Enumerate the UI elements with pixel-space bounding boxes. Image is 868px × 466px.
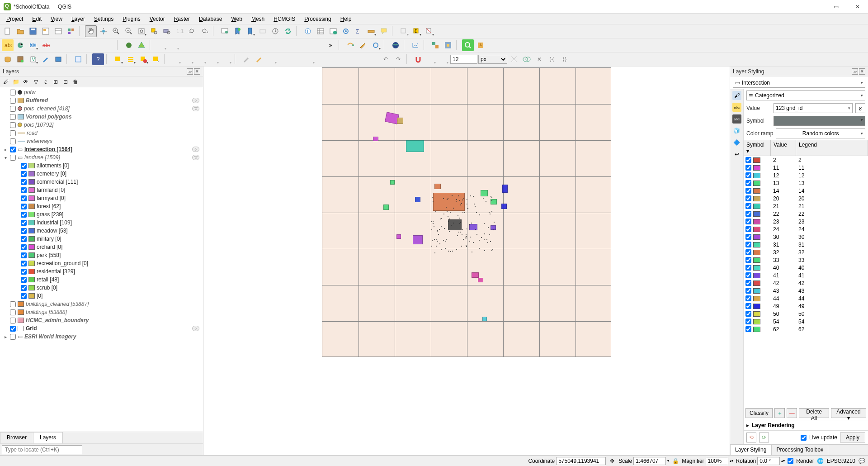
processing-toolbox-icon[interactable] <box>340 25 352 37</box>
zoom-selection-icon[interactable] <box>148 25 160 37</box>
category-checkbox[interactable] <box>745 165 751 171</box>
col-value[interactable]: Value <box>771 140 796 156</box>
col-symbol[interactable]: Symbol ▾ <box>744 140 771 156</box>
layer-row-action-icon[interactable]: ▽ <box>192 106 199 111</box>
filter-legend-icon[interactable]: ▽ <box>32 78 40 86</box>
category-row[interactable]: 2323 <box>744 218 868 225</box>
undo-style-icon[interactable]: ⟲ <box>746 433 756 442</box>
menu-database[interactable]: Database <box>195 15 226 23</box>
layer-row[interactable]: industrial [109] <box>0 219 203 227</box>
select-icon[interactable] <box>398 25 410 37</box>
attribute-table-icon[interactable] <box>315 25 326 37</box>
layer-row-action-icon[interactable]: ○ <box>192 98 199 103</box>
menu-raster[interactable]: Raster <box>170 15 193 23</box>
category-row[interactable]: 1414 <box>744 187 868 195</box>
layer-checkbox[interactable] <box>10 114 16 120</box>
layer-checkbox[interactable] <box>21 179 27 185</box>
panel-float-icon[interactable]: ▱ <box>852 68 858 75</box>
category-table[interactable]: Symbol ▾ Value Legend 221111121213131414… <box>744 140 868 406</box>
label-highlight-icon[interactable]: abc <box>27 39 39 51</box>
menu-edit[interactable]: Edit <box>28 15 45 23</box>
field-calc-icon[interactable] <box>327 25 339 37</box>
symbol-button[interactable] <box>774 116 865 126</box>
globe-icon[interactable] <box>390 39 401 51</box>
category-checkbox[interactable] <box>745 211 751 217</box>
snap-grid-icon[interactable] <box>295 39 307 51</box>
layer-row[interactable]: farmland [0] <box>0 186 203 194</box>
new-bookmark-icon[interactable] <box>231 25 243 37</box>
snap-off-icon[interactable] <box>282 39 294 51</box>
cut-features-icon[interactable] <box>342 53 354 65</box>
layer-checkbox[interactable] <box>10 90 16 95</box>
zoom-native-icon[interactable]: 1:1 <box>174 25 185 37</box>
measure-icon[interactable] <box>365 25 377 37</box>
tab-layer-styling[interactable]: Layer Styling <box>730 445 771 455</box>
vector-create-icon[interactable] <box>344 39 356 51</box>
layer-checkbox[interactable] <box>21 228 27 234</box>
snap-intersection-icon[interactable] <box>244 39 256 51</box>
topology-points-icon[interactable] <box>123 39 135 51</box>
layer-row[interactable]: commercial [111] <box>0 178 203 186</box>
category-checkbox[interactable] <box>745 172 751 178</box>
add-feature-icon[interactable] <box>278 53 290 65</box>
layer-checkbox[interactable] <box>10 155 16 161</box>
layer-row[interactable]: retail [48] <box>0 276 203 284</box>
layer-checkbox[interactable] <box>10 130 16 136</box>
scale-lock-icon[interactable]: 🔒 <box>672 457 679 465</box>
save-edits-icon[interactable] <box>253 53 265 65</box>
layer-row-action-icon[interactable]: ○ <box>192 326 199 331</box>
layer-checkbox[interactable] <box>10 309 16 315</box>
category-row[interactable]: 22 <box>744 156 868 164</box>
layer-row[interactable]: residential [329] <box>0 267 203 276</box>
history-tab-icon[interactable]: ↩ <box>732 150 741 159</box>
label-change-icon[interactable] <box>78 39 90 51</box>
copy-features-icon[interactable] <box>354 53 366 65</box>
category-row[interactable]: 2424 <box>744 225 868 233</box>
layer-row[interactable]: buildings_cleaned [53887] <box>0 300 203 308</box>
layer-row[interactable]: forest [62] <box>0 202 203 210</box>
category-checkbox[interactable] <box>745 226 751 232</box>
new-shapefile-icon[interactable]: V <box>27 53 39 65</box>
layer-row[interactable]: cemetery [0] <box>0 170 203 178</box>
layer-row[interactable]: orchard [0] <box>0 243 203 251</box>
layer-checkbox[interactable] <box>10 98 16 104</box>
layer-style-icon[interactable]: 🖊 <box>2 78 10 86</box>
category-row[interactable]: 4343 <box>744 287 868 295</box>
snapping-options-icon[interactable] <box>412 53 424 65</box>
category-checkbox[interactable] <box>745 195 751 201</box>
layer-checkbox[interactable] <box>21 212 27 218</box>
category-checkbox[interactable] <box>745 249 751 255</box>
category-row[interactable]: 4444 <box>744 295 868 302</box>
renderer-select[interactable]: ≣Categorized <box>746 90 865 100</box>
add-group-icon[interactable] <box>72 53 84 65</box>
layer-checkbox[interactable] <box>21 244 27 250</box>
snap-centroid-icon[interactable] <box>206 39 218 51</box>
category-row[interactable]: 1111 <box>744 164 868 171</box>
layer-row[interactable]: HCMC_admin_boundary <box>0 316 203 324</box>
label-icon[interactable]: abc <box>2 39 14 51</box>
layer-row[interactable]: recreation_ground [0] <box>0 259 203 267</box>
layer-tree[interactable]: pofwBuffered○pois_cleaned [418]▽Voronoi … <box>0 87 203 432</box>
labels-tab-icon[interactable]: abc <box>732 103 741 112</box>
data-source-icon[interactable] <box>2 53 14 65</box>
modify-attrs-icon[interactable] <box>316 53 328 65</box>
redo-icon[interactable]: ↷ <box>392 53 404 65</box>
toggle-editing-icon[interactable] <box>241 53 252 65</box>
select-features-icon[interactable] <box>112 53 124 65</box>
vertex-tool-icon[interactable] <box>304 53 316 65</box>
map-tips-icon[interactable] <box>378 25 390 37</box>
expression-filter-icon[interactable]: ε <box>42 78 50 86</box>
deselect-icon[interactable] <box>423 25 435 37</box>
value-field-select[interactable]: 123 grid_id <box>774 103 853 113</box>
category-row[interactable]: 4242 <box>744 279 868 287</box>
category-checkbox[interactable] <box>745 319 751 324</box>
apply-button[interactable]: Apply <box>840 433 865 442</box>
category-row[interactable]: 2121 <box>744 202 868 210</box>
snap-middle-icon[interactable] <box>219 39 231 51</box>
category-checkbox[interactable] <box>745 288 751 294</box>
zoom-last-icon[interactable] <box>186 25 198 37</box>
layer-row[interactable]: pois [10792] <box>0 121 203 129</box>
menu-hcmgis[interactable]: HCMGIS <box>270 15 299 23</box>
label-toggle-icon[interactable]: abc <box>40 39 52 51</box>
category-checkbox[interactable] <box>745 188 751 194</box>
